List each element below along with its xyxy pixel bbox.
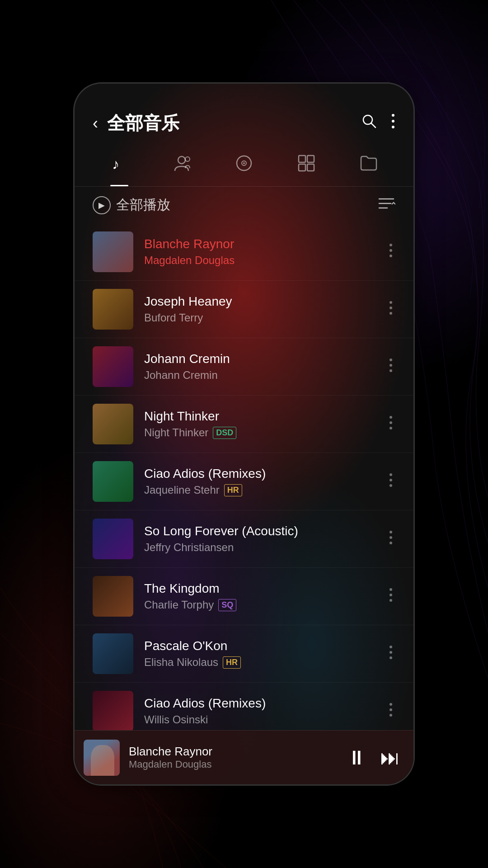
svg-point-3 xyxy=(392,120,394,123)
tab-library[interactable] xyxy=(288,149,325,186)
next-button[interactable]: ⏭ xyxy=(380,746,400,769)
song-thumbnail xyxy=(93,519,133,559)
now-playing-info: Blanche Raynor Magdalen Douglas xyxy=(129,745,338,770)
song-artist: Johann Cremin xyxy=(144,369,218,382)
hr-badge: HR xyxy=(224,484,242,496)
song-thumbnail xyxy=(93,404,133,444)
list-item[interactable]: The Kingdom Charlie Torphy SQ xyxy=(75,568,413,625)
svg-point-37 xyxy=(389,594,392,596)
phone-shell: ‹ 全部音乐 xyxy=(75,84,413,784)
song-more-button[interactable] xyxy=(386,468,395,495)
svg-point-31 xyxy=(389,479,392,481)
svg-point-38 xyxy=(389,599,392,602)
list-item[interactable]: Pascale O'Kon Elisha Nikolaus HR xyxy=(75,625,413,683)
svg-point-2 xyxy=(392,114,394,117)
svg-point-43 xyxy=(389,708,392,711)
song-thumbnail xyxy=(93,461,133,502)
song-info: Night Thinker Night Thinker DSD xyxy=(144,409,375,439)
song-thumbnail xyxy=(93,346,133,387)
svg-rect-12 xyxy=(307,156,314,162)
search-icon[interactable] xyxy=(361,113,377,133)
list-item[interactable]: So Long Forever (Acoustic) Jeffry Christ… xyxy=(75,510,413,568)
song-artist-row: Jaqueline Stehr HR xyxy=(144,484,375,496)
song-title: So Long Forever (Acoustic) xyxy=(144,524,375,538)
play-all-label: 全部播放 xyxy=(116,196,170,214)
now-playing-bar[interactable]: Blanche Raynor Magdalen Douglas ⏸ ⏭ xyxy=(75,730,413,784)
tab-music[interactable]: ♪ xyxy=(101,149,138,186)
song-artist: Jeffry Christiansen xyxy=(144,541,234,554)
back-button[interactable]: ‹ xyxy=(93,114,98,133)
song-thumbnail xyxy=(93,289,133,330)
svg-point-24 xyxy=(389,359,392,361)
more-options-icon[interactable] xyxy=(391,113,395,133)
song-title: Joseph Heaney xyxy=(144,294,375,309)
list-item[interactable]: Night Thinker Night Thinker DSD xyxy=(75,396,413,453)
svg-point-7 xyxy=(185,157,190,161)
pause-button[interactable]: ⏸ xyxy=(347,746,366,769)
nav-tabs: ♪ xyxy=(75,145,413,187)
song-more-button[interactable] xyxy=(386,296,395,323)
svg-point-6 xyxy=(178,156,185,164)
page-title: 全部音乐 xyxy=(107,111,352,136)
play-all-button[interactable]: ▶ 全部播放 xyxy=(93,196,170,214)
list-item[interactable]: Ciao Adios (Remixes) Jaqueline Stehr HR xyxy=(75,453,413,510)
svg-point-4 xyxy=(392,126,394,128)
song-title: Ciao Adios (Remixes) xyxy=(144,696,375,711)
song-list: Blanche Raynor Magdalen Douglas Joseph H… xyxy=(75,223,413,784)
svg-text:♪: ♪ xyxy=(112,156,119,172)
song-more-button[interactable] xyxy=(386,583,395,610)
song-title: Johann Cremin xyxy=(144,352,375,366)
song-artist: Magdalen Douglas xyxy=(144,254,235,267)
svg-point-10 xyxy=(243,162,245,164)
sort-filter-icon[interactable] xyxy=(377,196,395,214)
song-info: Johann Cremin Johann Cremin xyxy=(144,352,375,382)
song-more-button[interactable] xyxy=(386,525,395,553)
list-item[interactable]: Johann Cremin Johann Cremin xyxy=(75,338,413,396)
tab-folders[interactable] xyxy=(350,149,387,186)
dsd-badge: DSD xyxy=(213,427,236,439)
svg-point-44 xyxy=(389,714,392,717)
svg-point-21 xyxy=(389,301,392,304)
song-thumbnail xyxy=(93,633,133,674)
list-item[interactable]: Blanche Raynor Magdalen Douglas xyxy=(75,223,413,281)
svg-point-20 xyxy=(389,255,392,257)
song-info: Ciao Adios (Remixes) Jaqueline Stehr HR xyxy=(144,467,375,496)
song-artist: Willis Osinski xyxy=(144,713,208,726)
song-artist: Buford Terry xyxy=(144,311,203,324)
svg-rect-13 xyxy=(299,164,305,171)
song-artist-row: Magdalen Douglas xyxy=(144,254,375,267)
song-artist-row: Charlie Torphy SQ xyxy=(144,599,375,611)
svg-line-1 xyxy=(371,123,375,127)
song-artist-row: Night Thinker DSD xyxy=(144,426,375,439)
song-artist-row: Elisha Nikolaus HR xyxy=(144,656,375,669)
svg-point-23 xyxy=(389,312,392,315)
song-more-button[interactable] xyxy=(386,353,395,381)
svg-rect-14 xyxy=(307,164,314,171)
now-playing-title: Blanche Raynor xyxy=(129,745,338,759)
song-title: Blanche Raynor xyxy=(144,237,375,251)
song-more-button[interactable] xyxy=(386,410,395,438)
svg-point-41 xyxy=(389,656,392,659)
song-artist-row: Johann Cremin xyxy=(144,369,375,382)
svg-point-40 xyxy=(389,651,392,654)
song-info: Pascale O'Kon Elisha Nikolaus HR xyxy=(144,639,375,669)
svg-point-33 xyxy=(389,531,392,533)
svg-point-42 xyxy=(389,703,392,706)
song-artist: Jaqueline Stehr xyxy=(144,484,220,496)
list-item[interactable]: Joseph Heaney Buford Terry xyxy=(75,281,413,338)
song-title: Pascale O'Kon xyxy=(144,639,375,653)
song-more-button[interactable] xyxy=(386,698,395,725)
song-thumbnail xyxy=(93,231,133,272)
play-circle-icon: ▶ xyxy=(93,196,111,214)
song-more-button[interactable] xyxy=(386,238,395,266)
song-artist-row: Jeffry Christiansen xyxy=(144,541,375,554)
song-artist-row: Willis Osinski xyxy=(144,713,375,726)
song-thumbnail xyxy=(93,691,133,731)
svg-point-18 xyxy=(389,244,392,246)
tab-albums[interactable] xyxy=(225,149,263,186)
song-more-button[interactable] xyxy=(386,640,395,668)
song-artist-row: Buford Terry xyxy=(144,311,375,324)
svg-point-35 xyxy=(389,542,392,544)
tab-artists[interactable] xyxy=(163,149,200,186)
svg-point-26 xyxy=(389,369,392,372)
